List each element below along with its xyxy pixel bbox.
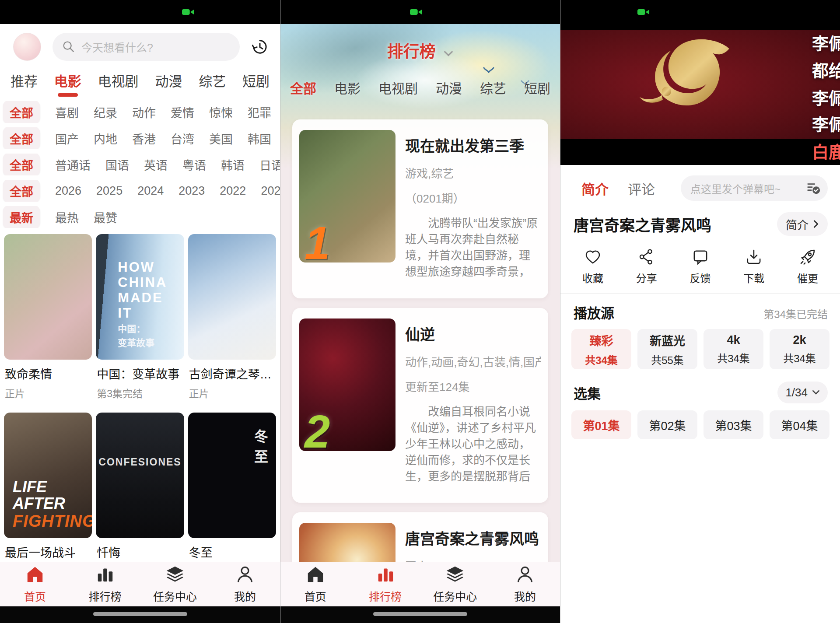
- movie-card[interactable]: HOW CHINA MADE IT 中国： 变革故事 中国：变革故事 第3集完结: [96, 234, 184, 413]
- episode-button[interactable]: 第03集: [704, 410, 763, 439]
- filter-option[interactable]: 2025: [96, 184, 122, 198]
- episode-button[interactable]: 第02集: [637, 410, 697, 439]
- intro-more-button[interactable]: 简介: [777, 212, 828, 236]
- ranking-card[interactable]: 1 现在就出发第三季 游戏,综艺 （0201期） 沈腾带队“出发家族”原班人马再…: [292, 119, 548, 298]
- camera-indicator-icon: [410, 8, 422, 16]
- nav-ranking[interactable]: 排行榜: [70, 562, 140, 606]
- episode-range-dropdown[interactable]: 1/34: [777, 382, 828, 403]
- search-input[interactable]: 今天想看什么?: [52, 33, 240, 61]
- filter-option[interactable]: 国产: [55, 130, 79, 147]
- filter-option[interactable]: 惊悚: [209, 104, 233, 121]
- filter-option[interactable]: 2023: [178, 184, 205, 198]
- filter-option[interactable]: 2021: [261, 184, 280, 198]
- avatar[interactable]: [13, 33, 41, 61]
- filter-option[interactable]: 内地: [94, 130, 117, 147]
- danmaku-input[interactable]: 点这里发个弹幕吧~: [681, 175, 828, 201]
- tab-variety[interactable]: 综艺: [199, 70, 226, 97]
- filter-option[interactable]: 2026: [55, 184, 81, 198]
- filter-option[interactable]: 英语: [144, 156, 168, 173]
- nav-ranking[interactable]: 排行榜: [350, 562, 420, 606]
- video-player[interactable]: 李佩 都给 李佩 李佩 白鹿: [560, 24, 840, 165]
- filter-option[interactable]: 韩国: [248, 130, 271, 147]
- nav-profile[interactable]: 我的: [210, 562, 280, 606]
- urge-update-button[interactable]: 催更: [797, 248, 818, 285]
- tab-variety[interactable]: 综艺: [480, 78, 506, 97]
- search-placeholder: 今天想看什么?: [81, 39, 153, 55]
- tab-tv[interactable]: 电视剧: [98, 70, 139, 97]
- ranking-title-dropdown[interactable]: 排行榜: [280, 38, 560, 62]
- tab-all[interactable]: 全部: [290, 78, 316, 97]
- filter-option[interactable]: 国语: [105, 156, 129, 173]
- favorite-button[interactable]: 收藏: [582, 248, 603, 285]
- feedback-button[interactable]: 反馈: [690, 248, 711, 285]
- danmaku-comment: 都给: [812, 57, 840, 81]
- filter-option[interactable]: 日语: [259, 156, 280, 173]
- episode-button[interactable]: 第01集: [571, 410, 631, 439]
- share-button[interactable]: 分享: [636, 248, 657, 285]
- source-option[interactable]: 4k 共34集: [704, 329, 763, 369]
- nav-home[interactable]: 首页: [0, 562, 70, 606]
- filter-option[interactable]: 喜剧: [55, 104, 79, 121]
- danmaku-settings-icon[interactable]: [806, 181, 821, 196]
- movie-grid: 致命柔情 正片 HOW CHINA MADE IT 中国： 变革故事 中国：变革…: [0, 228, 280, 591]
- filter-option[interactable]: 台湾: [171, 130, 194, 147]
- tab-recommend[interactable]: 推荐: [10, 70, 38, 97]
- tab-anime[interactable]: 动漫: [436, 78, 462, 97]
- camera-indicator-icon: [182, 8, 194, 16]
- filter-option[interactable]: 犯罪: [248, 104, 271, 121]
- filter-all[interactable]: 全部: [3, 180, 40, 202]
- filter-option[interactable]: 2024: [137, 184, 164, 198]
- feedback-bubble-icon: [692, 248, 709, 266]
- search-icon: [61, 39, 76, 54]
- nav-tasks[interactable]: 任务中心: [140, 562, 210, 606]
- home-indicator[interactable]: [93, 612, 187, 616]
- movie-title: 中国：变革故事: [97, 365, 183, 382]
- filter-option[interactable]: 2022: [220, 184, 246, 198]
- nav-profile[interactable]: 我的: [490, 562, 560, 606]
- tab-comments[interactable]: 评论: [628, 178, 655, 198]
- movie-card[interactable]: 古剑奇谭之琴… 正片: [188, 234, 276, 413]
- source-name: 4k: [727, 333, 740, 347]
- nav-tasks[interactable]: 任务中心: [420, 562, 490, 606]
- source-heading: 播放源: [574, 302, 614, 322]
- source-option[interactable]: 臻彩 共34集: [571, 329, 631, 369]
- filter-all[interactable]: 全部: [3, 101, 40, 123]
- tab-shortdrama[interactable]: 短剧: [524, 78, 550, 97]
- tab-tv[interactable]: 电视剧: [378, 78, 418, 97]
- nav-home[interactable]: 首页: [280, 562, 350, 606]
- filter-option[interactable]: 韩语: [221, 156, 245, 173]
- movie-card[interactable]: 致命柔情 正片: [4, 234, 92, 413]
- history-icon[interactable]: [251, 38, 269, 56]
- sort-latest[interactable]: 最新: [3, 206, 40, 228]
- filter-option[interactable]: 美国: [209, 130, 233, 147]
- source-option[interactable]: 新蓝光 共55集: [637, 329, 697, 369]
- ranking-card[interactable]: 2 仙逆 动作,动画,奇幻,古装,情,国产动… 更新至124集 改编自耳根同名小…: [292, 308, 548, 503]
- poster-line: 中国：: [118, 323, 167, 335]
- sort-hottest[interactable]: 最热: [55, 209, 79, 226]
- episode-button[interactable]: 第04集: [770, 410, 830, 439]
- source-option[interactable]: 2k 共34集: [770, 329, 830, 369]
- tab-movie[interactable]: 电影: [54, 70, 81, 97]
- filter-option[interactable]: 纪录: [94, 104, 117, 121]
- download-button[interactable]: 下载: [743, 248, 764, 285]
- filter-all[interactable]: 全部: [3, 154, 40, 175]
- filter-all[interactable]: 全部: [3, 127, 40, 149]
- app: 今天想看什么? 推荐 电影 电视剧 动漫 综艺 短剧 全部 喜剧 纪录 动作 爱…: [0, 0, 840, 623]
- filter-option[interactable]: 普通话: [55, 156, 91, 173]
- tab-shortdrama[interactable]: 短剧: [242, 70, 270, 97]
- tab-intro[interactable]: 简介: [581, 178, 609, 198]
- filter-option[interactable]: 爱情: [171, 104, 194, 121]
- tab-anime[interactable]: 动漫: [155, 70, 182, 97]
- tab-movie[interactable]: 电影: [334, 78, 360, 97]
- source-count: 共34集: [783, 350, 816, 365]
- sort-mostliked[interactable]: 最赞: [94, 209, 117, 226]
- heart-icon: [584, 248, 602, 266]
- ranking-info: 仙逆 动作,动画,奇幻,古装,情,国产动… 更新至124集 改编自耳根同名小说《…: [405, 318, 541, 485]
- filter-option[interactable]: 粤语: [182, 156, 206, 173]
- source-header: 播放源 第34集已完结: [574, 302, 828, 322]
- home-icon: [25, 564, 45, 584]
- filter-option[interactable]: 香港: [132, 130, 156, 147]
- home-indicator[interactable]: [373, 612, 467, 616]
- ranking-item-genres: 游戏,综艺: [405, 164, 541, 181]
- filter-option[interactable]: 动作: [132, 104, 156, 121]
